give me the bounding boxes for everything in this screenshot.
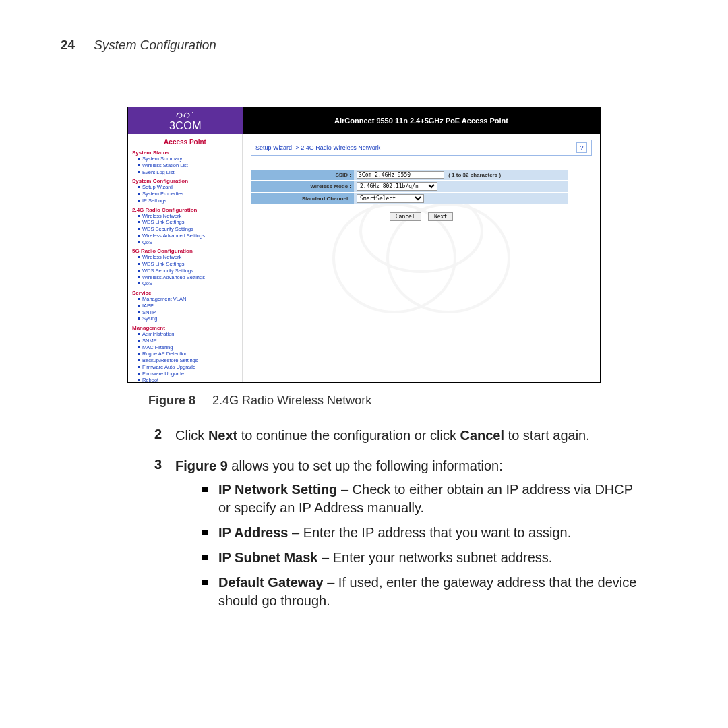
wizard-form: SSID : ( 1 to 32 characters ) Wireless M…: [251, 169, 592, 221]
logo-swirl-icon: [175, 110, 195, 121]
nav-item[interactable]: IP Settings: [138, 198, 238, 204]
router-admin-screenshot: 3COM AirConnect 9550 11n 2.4+5GHz PoE Ac…: [127, 107, 601, 383]
nav-item[interactable]: WDS Security Settings: [138, 226, 238, 233]
list-item: IP Subnet Mask – Enter your networks sub…: [202, 549, 647, 567]
form-row-ssid: SSID : ( 1 to 32 characters ): [251, 170, 568, 181]
nav-item[interactable]: Event Log List: [138, 169, 238, 176]
channel-label: Standard Channel :: [251, 193, 354, 205]
nav-item[interactable]: Syslog: [138, 315, 238, 322]
nav-item[interactable]: Backup/Restore Settings: [138, 357, 238, 364]
nav-item[interactable]: System Properties: [138, 191, 238, 198]
nav-group-title: Management: [132, 325, 238, 331]
list-item: Default Gateway – If used, enter the gat…: [202, 574, 647, 610]
nav-group-24g-radio: 2.4G Radio Configuration Wireless Networ…: [132, 207, 238, 246]
step-text: Click Next to continue the configuration…: [175, 427, 647, 445]
sidebar-title: Access Point: [132, 138, 238, 146]
mode-select[interactable]: 2.4GHz 802.11b/g/n: [357, 182, 437, 191]
list-item: IP Network Setting – Check to either obt…: [202, 481, 647, 517]
section-title: System Configuration: [94, 38, 216, 53]
nav-item[interactable]: Wireless Network: [138, 213, 238, 220]
ui-body: Access Point System Status System Summar…: [128, 134, 600, 382]
page-header: 24 System Configuration: [61, 38, 667, 53]
content-pane: Setup Wizard -> 2.4G Radio Wireless Netw…: [243, 134, 600, 382]
step-number: 3: [148, 457, 162, 617]
help-button[interactable]: ?: [576, 142, 587, 153]
mode-label: Wireless Mode :: [251, 181, 354, 193]
nav-item[interactable]: Reboot: [138, 377, 238, 382]
nav-item[interactable]: SNMP: [138, 338, 238, 344]
nav-group-management: Management Administration SNMP MAC Filte…: [132, 325, 238, 382]
form-row-mode: Wireless Mode : 2.4GHz 802.11b/g/n: [251, 181, 568, 193]
step-3: 3 Figure 9 allows you to set up the foll…: [148, 457, 647, 617]
next-button[interactable]: Next: [428, 212, 453, 221]
ssid-hint: ( 1 to 32 characters ): [448, 172, 501, 178]
nav-item[interactable]: Wireless Advanced Settings: [138, 274, 238, 281]
breadcrumb-text: Setup Wizard -> 2.4G Radio Wireless Netw…: [255, 144, 380, 151]
list-item: IP Address – Enter the IP address that y…: [202, 524, 647, 542]
sidebar: Access Point System Status System Summar…: [128, 134, 243, 382]
nav-item[interactable]: WDS Link Settings: [138, 261, 238, 268]
page-number: 24: [61, 38, 75, 53]
nav-item[interactable]: Wireless Advanced Settings: [138, 233, 238, 239]
nav-group-title: 5G Radio Configuration: [132, 248, 238, 254]
nav-item[interactable]: Management VLAN: [138, 296, 238, 303]
nav-group-system-status: System Status System Summary Wireless St…: [132, 150, 238, 175]
nav-item[interactable]: WDS Security Settings: [138, 268, 238, 274]
nav-group-title: Service: [132, 290, 238, 296]
figure-caption: Figure 8 2.4G Radio Wireless Network: [148, 394, 667, 408]
nav-item[interactable]: IAPP: [138, 303, 238, 309]
nav-item[interactable]: SNTP: [138, 309, 238, 316]
channel-select[interactable]: SmartSelect: [357, 194, 424, 203]
breadcrumb: Setup Wizard -> 2.4G Radio Wireless Netw…: [251, 140, 592, 156]
ui-top-bar: 3COM AirConnect 9550 11n 2.4+5GHz PoE Ac…: [128, 107, 600, 134]
nav-item[interactable]: Rogue AP Detection: [138, 351, 238, 357]
nav-item[interactable]: Setup Wizard: [138, 184, 238, 191]
nav-group-title: System Configuration: [132, 178, 238, 184]
figure-label: Figure 8: [148, 394, 195, 407]
nav-item[interactable]: Administration: [138, 331, 238, 338]
nav-item[interactable]: QoS: [138, 280, 238, 287]
manual-body: 2 Click Next to continue the configurati…: [148, 427, 647, 617]
svg-point-0: [192, 112, 193, 113]
nav-item[interactable]: Wireless Network: [138, 254, 238, 261]
ssid-label: SSID :: [251, 170, 354, 181]
device-title-banner: AirConnect 9550 11n 2.4+5GHz PoE Access …: [243, 107, 600, 134]
step-number: 2: [148, 427, 162, 445]
brand-logo: 3COM: [128, 107, 243, 134]
step-text: Figure 9 allows you to set up the follow…: [175, 457, 647, 617]
manual-page: 24 System Configuration 3COM AirConnect …: [0, 0, 728, 728]
ssid-input[interactable]: [357, 171, 444, 179]
nav-group-5g-radio: 5G Radio Configuration Wireless Network …: [132, 248, 238, 287]
nav-item[interactable]: QoS: [138, 239, 238, 246]
nav-item[interactable]: Firmware Auto Upgrade: [138, 364, 238, 371]
step-2: 2 Click Next to continue the configurati…: [148, 427, 647, 445]
nav-item[interactable]: WDS Link Settings: [138, 219, 238, 226]
nav-item[interactable]: MAC Filtering: [138, 344, 238, 351]
nav-group-system-config: System Configuration Setup Wizard System…: [132, 178, 238, 204]
nav-item[interactable]: System Summary: [138, 156, 238, 162]
nav-group-title: System Status: [132, 150, 238, 156]
nav-item[interactable]: Firmware Upgrade: [138, 371, 238, 377]
step-3-bullets: IP Network Setting – Check to either obt…: [202, 481, 647, 610]
cancel-button[interactable]: Cancel: [390, 212, 421, 221]
form-row-channel: Standard Channel : SmartSelect: [251, 193, 568, 205]
brand-name: 3COM: [169, 121, 202, 131]
nav-item[interactable]: Wireless Station List: [138, 162, 238, 169]
figure-text: 2.4G Radio Wireless Network: [212, 394, 371, 407]
nav-group-service: Service Management VLAN IAPP SNTP Syslog: [132, 290, 238, 322]
nav-group-title: 2.4G Radio Configuration: [132, 207, 238, 213]
